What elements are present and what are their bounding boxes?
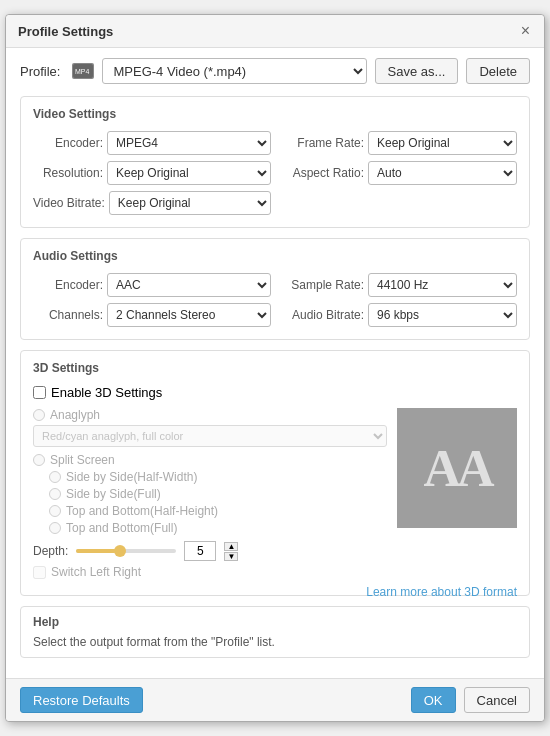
audio-settings-grid: Encoder: AAC Sample Rate: 44100 Hz Chann… — [33, 273, 517, 327]
depth-up-button[interactable]: ▲ — [224, 542, 238, 551]
sample-rate-select[interactable]: 44100 Hz — [368, 273, 517, 297]
resolution-select[interactable]: Keep Original — [107, 161, 271, 185]
dialog-content: Profile: MP4 MPEG-4 Video (*.mp4) Save a… — [6, 48, 544, 678]
side-by-side-full-option: Side by Side(Full) — [49, 487, 387, 501]
profile-select[interactable]: MPEG-4 Video (*.mp4) — [102, 58, 366, 84]
help-title: Help — [33, 615, 517, 629]
frame-rate-row: Frame Rate: Keep Original — [279, 131, 517, 155]
audio-settings-section: Audio Settings Encoder: AAC Sample Rate:… — [20, 238, 530, 340]
frame-rate-label: Frame Rate: — [279, 136, 364, 150]
audio-encoder-select[interactable]: AAC — [107, 273, 271, 297]
3d-preview: AA — [397, 408, 517, 528]
top-bottom-half-radio[interactable] — [49, 505, 61, 517]
aspect-ratio-label: Aspect Ratio: — [279, 166, 364, 180]
top-bottom-half-label: Top and Bottom(Half-Height) — [66, 504, 218, 518]
top-bottom-full-option: Top and Bottom(Full) — [49, 521, 387, 535]
enable-3d-checkbox[interactable] — [33, 386, 46, 399]
learn-more-link[interactable]: Learn more about 3D format — [366, 585, 517, 599]
help-section: Help Select the output format from the "… — [20, 606, 530, 658]
depth-input[interactable] — [184, 541, 216, 561]
split-screen-option: Split Screen — [33, 453, 387, 467]
save-as-button[interactable]: Save as... — [375, 58, 459, 84]
top-bottom-half-option: Top and Bottom(Half-Height) — [49, 504, 387, 518]
video-bitrate-select[interactable]: Keep Original — [109, 191, 271, 215]
footer-right: OK Cancel — [411, 687, 530, 713]
depth-spinner: ▲ ▼ — [224, 542, 238, 561]
profile-label: Profile: — [20, 64, 60, 79]
anaglyph-radio[interactable] — [33, 409, 45, 421]
encoder-label: Encoder: — [33, 136, 103, 150]
top-bottom-full-label: Top and Bottom(Full) — [66, 521, 177, 535]
switch-row: Switch Left Right — [33, 565, 387, 579]
title-bar: Profile Settings × — [6, 15, 544, 48]
depth-slider-track[interactable] — [76, 549, 176, 553]
side-by-side-full-label: Side by Side(Full) — [66, 487, 161, 501]
video-bitrate-row: Video Bitrate: Keep Original — [33, 191, 271, 215]
close-button[interactable]: × — [519, 23, 532, 39]
restore-defaults-button[interactable]: Restore Defaults — [20, 687, 143, 713]
enable-3d-row: Enable 3D Settings — [33, 385, 517, 400]
3d-layout: Anaglyph Red/cyan anaglyph, full color S… — [33, 408, 517, 579]
depth-slider-thumb[interactable] — [114, 545, 126, 557]
resolution-row: Resolution: Keep Original — [33, 161, 271, 185]
sample-rate-row: Sample Rate: 44100 Hz — [279, 273, 517, 297]
audio-bitrate-label: Audio Bitrate: — [279, 308, 364, 322]
side-by-side-half-radio[interactable] — [49, 471, 61, 483]
channels-label: Channels: — [33, 308, 103, 322]
audio-bitrate-row: Audio Bitrate: 96 kbps — [279, 303, 517, 327]
depth-down-button[interactable]: ▼ — [224, 552, 238, 561]
aspect-ratio-row: Aspect Ratio: Auto — [279, 161, 517, 185]
anaglyph-label: Anaglyph — [50, 408, 100, 422]
split-screen-radio[interactable] — [33, 454, 45, 466]
enable-3d-label: Enable 3D Settings — [51, 385, 162, 400]
depth-row: Depth: ▲ ▼ — [33, 541, 387, 561]
side-by-side-half-option: Side by Side(Half-Width) — [49, 470, 387, 484]
split-screen-label: Split Screen — [50, 453, 115, 467]
3d-options: Anaglyph Red/cyan anaglyph, full color S… — [33, 408, 387, 579]
cancel-button[interactable]: Cancel — [464, 687, 530, 713]
profile-row: Profile: MP4 MPEG-4 Video (*.mp4) Save a… — [20, 58, 530, 84]
dialog-title: Profile Settings — [18, 24, 113, 39]
depth-slider-fill — [76, 549, 116, 553]
help-text: Select the output format from the "Profi… — [33, 635, 517, 649]
frame-rate-select[interactable]: Keep Original — [368, 131, 517, 155]
channels-select[interactable]: 2 Channels Stereo — [107, 303, 271, 327]
top-bottom-full-radio[interactable] — [49, 522, 61, 534]
audio-encoder-row: Encoder: AAC — [33, 273, 271, 297]
encoder-select[interactable]: MPEG4 — [107, 131, 271, 155]
audio-encoder-label: Encoder: — [33, 278, 103, 292]
depth-label: Depth: — [33, 544, 68, 558]
resolution-label: Resolution: — [33, 166, 103, 180]
audio-bitrate-select[interactable]: 96 kbps — [368, 303, 517, 327]
ok-button[interactable]: OK — [411, 687, 456, 713]
svg-text:MP4: MP4 — [75, 68, 90, 75]
anaglyph-option: Anaglyph — [33, 408, 387, 422]
switch-label: Switch Left Right — [51, 565, 141, 579]
sample-rate-label: Sample Rate: — [279, 278, 364, 292]
side-by-side-half-label: Side by Side(Half-Width) — [66, 470, 197, 484]
preview-text: AA — [423, 439, 490, 498]
profile-settings-dialog: Profile Settings × Profile: MP4 MPEG-4 V… — [5, 14, 545, 722]
delete-button[interactable]: Delete — [466, 58, 530, 84]
footer: Restore Defaults OK Cancel — [6, 678, 544, 721]
video-bitrate-label: Video Bitrate: — [33, 196, 105, 210]
video-settings-section: Video Settings Encoder: MPEG4 Frame Rate… — [20, 96, 530, 228]
audio-settings-title: Audio Settings — [33, 249, 517, 263]
channels-row: Channels: 2 Channels Stereo — [33, 303, 271, 327]
anaglyph-select[interactable]: Red/cyan anaglyph, full color — [33, 425, 387, 447]
aspect-ratio-select[interactable]: Auto — [368, 161, 517, 185]
anaglyph-select-row: Red/cyan anaglyph, full color — [33, 425, 387, 447]
3d-settings-section: 3D Settings Enable 3D Settings Anaglyph … — [20, 350, 530, 596]
profile-icon: MP4 — [72, 63, 94, 79]
video-settings-grid: Encoder: MPEG4 Frame Rate: Keep Original… — [33, 131, 517, 215]
side-by-side-full-radio[interactable] — [49, 488, 61, 500]
encoder-row: Encoder: MPEG4 — [33, 131, 271, 155]
3d-settings-title: 3D Settings — [33, 361, 517, 375]
video-settings-title: Video Settings — [33, 107, 517, 121]
switch-checkbox[interactable] — [33, 566, 46, 579]
